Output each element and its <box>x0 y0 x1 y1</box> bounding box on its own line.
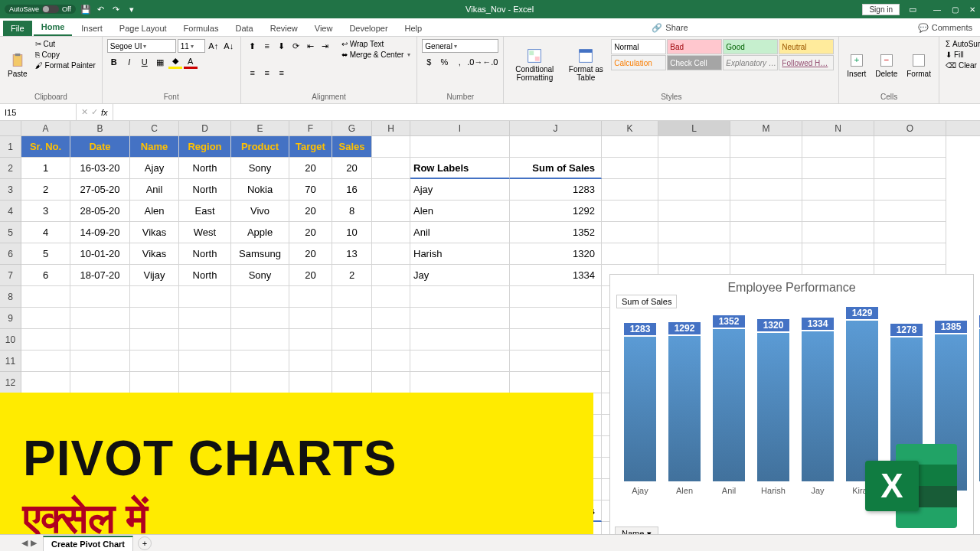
fill-color-button[interactable]: ◆ <box>168 55 182 69</box>
cell[interactable]: Harish <box>410 243 510 265</box>
cell[interactable]: Date <box>70 136 130 158</box>
row-header[interactable]: 11 <box>0 350 21 372</box>
insert-cells-button[interactable]: +Insert <box>844 39 869 91</box>
cell[interactable] <box>602 201 658 222</box>
cell[interactable] <box>179 308 231 329</box>
tab-pagelayout[interactable]: Page Layout <box>112 21 175 36</box>
style-normal[interactable]: Normal <box>611 39 666 54</box>
tab-help[interactable]: Help <box>397 21 430 36</box>
cell[interactable]: 1334 <box>510 265 602 286</box>
underline-button[interactable]: U <box>138 55 152 69</box>
wrap-text-button[interactable]: ↩Wrap Text <box>340 39 413 49</box>
cell[interactable] <box>874 222 946 243</box>
cell[interactable]: 18-07-20 <box>70 265 130 286</box>
cell[interactable]: 4 <box>21 222 70 243</box>
cell[interactable] <box>21 286 70 308</box>
col-header[interactable]: E <box>231 121 289 135</box>
cell[interactable]: Vikas <box>130 222 179 243</box>
cell[interactable] <box>410 136 510 158</box>
cell[interactable]: 20 <box>289 222 332 243</box>
cell[interactable] <box>510 329 602 350</box>
cell[interactable]: 16 <box>332 179 372 201</box>
cell[interactable] <box>70 329 130 350</box>
decrease-decimal-icon[interactable]: ←.0 <box>483 55 497 69</box>
cell[interactable]: West <box>179 222 231 243</box>
cell[interactable]: Name <box>130 136 179 158</box>
cell[interactable] <box>510 136 602 158</box>
cell[interactable]: 70 <box>289 179 332 201</box>
cell[interactable]: Sony <box>231 158 289 179</box>
cell[interactable] <box>372 350 410 372</box>
col-header[interactable]: N <box>802 121 874 135</box>
col-header[interactable]: F <box>289 121 332 135</box>
col-header[interactable]: D <box>179 121 231 135</box>
cell[interactable] <box>231 308 289 329</box>
italic-button[interactable]: I <box>122 55 136 69</box>
cell[interactable] <box>874 243 946 265</box>
cell[interactable] <box>658 179 730 201</box>
cell[interactable]: 27-05-20 <box>70 179 130 201</box>
cell[interactable]: Vijay <box>130 265 179 286</box>
cell[interactable] <box>372 136 410 158</box>
chart-bar[interactable]: 1283Ajay <box>624 337 656 495</box>
cell[interactable]: 10-01-20 <box>70 243 130 265</box>
cell[interactable] <box>510 308 602 329</box>
chart-filter-button[interactable]: Name▾ <box>615 527 658 534</box>
clear-button[interactable]: ⌫Clear <box>944 60 980 70</box>
cell[interactable] <box>289 308 332 329</box>
col-header[interactable]: M <box>730 121 802 135</box>
cell[interactable]: North <box>179 265 231 286</box>
cell[interactable] <box>658 243 730 265</box>
cell[interactable] <box>510 372 602 393</box>
cell[interactable]: 14-09-20 <box>70 222 130 243</box>
cell[interactable]: Region <box>179 136 231 158</box>
cell[interactable] <box>130 286 179 308</box>
cell[interactable] <box>130 372 179 393</box>
style-followed[interactable]: Followed H… <box>779 55 834 70</box>
cell[interactable]: Alen <box>410 201 510 222</box>
tab-review[interactable]: Review <box>263 21 305 36</box>
chart-legend[interactable]: Sum of Sales <box>616 295 677 308</box>
cell[interactable] <box>179 350 231 372</box>
cell[interactable] <box>179 286 231 308</box>
cell[interactable] <box>372 222 410 243</box>
row-header[interactable]: 6 <box>0 243 21 265</box>
col-header[interactable]: H <box>372 121 410 135</box>
cell[interactable]: 20 <box>289 265 332 286</box>
sheet-next-icon[interactable]: ▶ <box>31 538 37 548</box>
cell[interactable] <box>730 158 802 179</box>
cell[interactable]: North <box>179 243 231 265</box>
autosave-toggle[interactable]: AutoSave Off <box>5 5 76 14</box>
style-neutral[interactable]: Neutral <box>779 39 834 54</box>
cell[interactable] <box>130 350 179 372</box>
tab-data[interactable]: Data <box>227 21 260 36</box>
cancel-icon[interactable]: ✕ <box>81 107 88 117</box>
cell[interactable] <box>802 136 874 158</box>
signin-button[interactable]: Sign in <box>862 4 900 15</box>
cell[interactable] <box>658 136 730 158</box>
tab-developer[interactable]: Developer <box>341 21 395 36</box>
cell[interactable]: Sum of Sales <box>510 158 602 179</box>
cell[interactable]: 1352 <box>510 222 602 243</box>
tab-formulas[interactable]: Formulas <box>176 21 227 36</box>
cell[interactable]: Product <box>231 136 289 158</box>
cell[interactable] <box>372 179 410 201</box>
cell[interactable]: Jay <box>410 265 510 286</box>
number-format-combo[interactable]: General <box>422 39 498 53</box>
col-
header[interactable]: G <box>332 121 372 135</box>
cell[interactable] <box>730 222 802 243</box>
decrease-font-icon[interactable]: A↓ <box>222 39 236 53</box>
cell[interactable] <box>289 350 332 372</box>
cell[interactable]: 6 <box>21 265 70 286</box>
col-header[interactable]: C <box>130 121 179 135</box>
style-calculation[interactable]: Calculation <box>611 55 666 70</box>
cell[interactable]: Anil <box>130 179 179 201</box>
tab-home[interactable]: Home <box>34 19 73 36</box>
cell[interactable]: 1292 <box>510 201 602 222</box>
align-left-icon[interactable]: ≡ <box>246 66 260 80</box>
cell[interactable]: Anil <box>410 222 510 243</box>
delete-cells-button[interactable]: −Delete <box>872 39 900 91</box>
cell[interactable] <box>372 286 410 308</box>
row-header[interactable]: 2 <box>0 158 21 179</box>
currency-icon[interactable]: $ <box>422 55 436 69</box>
